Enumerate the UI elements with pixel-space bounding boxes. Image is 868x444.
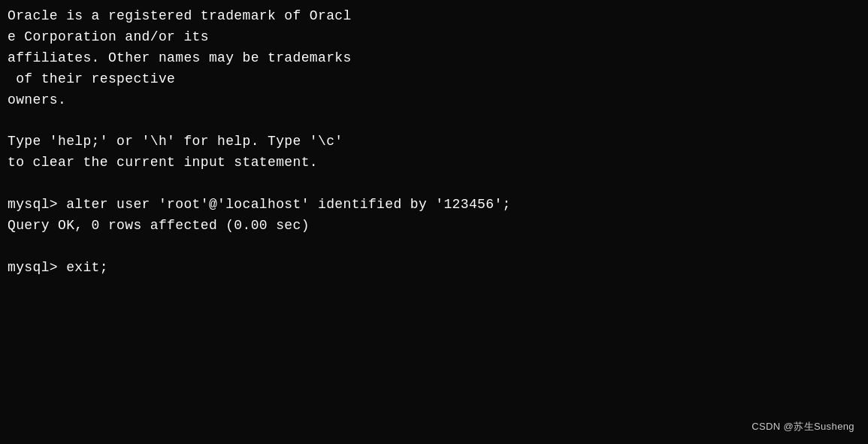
terminal-line: affiliates. Other names may be trademark… xyxy=(8,48,860,69)
terminal-content: Oracle is a registered trademark of Orac… xyxy=(8,6,860,279)
terminal-line: owners. xyxy=(8,90,860,111)
terminal-line: mysql> alter user 'root'@'localhost' ide… xyxy=(8,195,860,216)
blank-line xyxy=(8,174,860,195)
terminal-line: Oracle is a registered trademark of Orac… xyxy=(8,6,860,27)
watermark: CSDN @苏生Susheng xyxy=(752,420,854,433)
terminal-window: Oracle is a registered trademark of Orac… xyxy=(0,0,868,444)
terminal-line: Type 'help;' or '\h' for help. Type '\c' xyxy=(8,131,860,153)
terminal-line: to clear the current input statement. xyxy=(8,153,860,174)
terminal-line: of their respective xyxy=(8,69,860,90)
blank-line xyxy=(8,110,860,131)
terminal-line: mysql> exit; xyxy=(8,258,860,279)
blank-line xyxy=(8,237,860,258)
terminal-line: e Corporation and/or its xyxy=(8,27,860,48)
terminal-line: Query OK, 0 rows affected (0.00 sec) xyxy=(8,216,860,237)
